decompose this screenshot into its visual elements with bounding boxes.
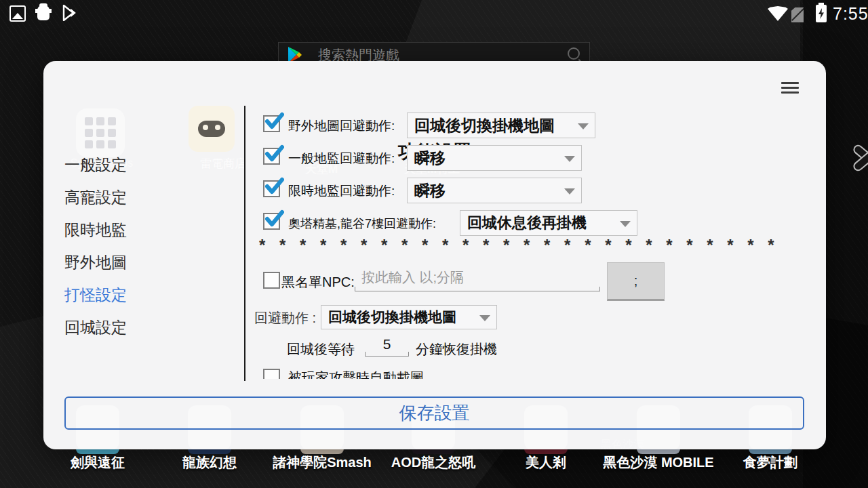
checkbox-timed-dungeon-avoid[interactable] [263,180,280,197]
wifi-icon [768,6,788,21]
dock-app-food-dream[interactable]: 食夢計劃 [696,453,845,472]
settings-dialog: System apps 雷電商店 天堂M 天堂M特工 黑色沙漠 功能設置 一般設… [43,61,826,449]
sidebar-item-timed-dungeon[interactable]: 限時地監 [64,220,241,243]
row-label: 野外地圖回避動作: [288,117,395,135]
row-label: 奧塔精墓,龍谷7樓回避動作: [288,216,436,232]
chevron-down-icon [620,221,631,227]
separator-asterisks: * * * * * * * * * * * * * * * * * * * * … [259,236,659,255]
save-settings-button[interactable]: 保存設置 [64,396,804,430]
dropdown-avoid-action[interactable]: 回城後切換掛機地圖 [321,305,497,329]
sidebar-item-return-town[interactable]: 回城設定 [64,317,241,340]
chevron-down-icon [564,188,575,195]
checkbox-partial[interactable] [263,369,280,379]
checkbox-npc-blacklist[interactable] [263,272,280,289]
dropdown-normal-dungeon-avoid[interactable]: 瞬移 [407,145,582,171]
no-sim-icon [791,7,804,22]
clock: 7:55 [833,4,868,24]
checkbox-field-map-avoid[interactable] [263,115,280,132]
sidebar-item-hunt[interactable]: 打怪設定 [64,285,241,308]
npc-blacklist-input[interactable]: 按此輸入 以;分隔 [355,268,600,291]
checkbox-normal-dungeon-avoid[interactable] [263,148,280,165]
dropdown-timed-dungeon-avoid[interactable]: 瞬移 [407,178,582,203]
npc-row-label: 黑名單NPC: [281,273,355,291]
semicolon-button[interactable]: ; [607,262,665,301]
wait-suffix-label: 分鐘恢復掛機 [416,340,497,359]
status-bar: 7:55 [0,0,868,27]
menu-icon[interactable] [781,82,799,94]
sidebar-item-pet[interactable]: 高寵設定 [64,187,241,210]
wait-prefix-label: 回城後等待 [287,340,355,359]
gallery-notification-icon [9,5,26,22]
dropdown-field-map-avoid[interactable]: 回城後切換掛機地圖 [407,113,595,138]
dropdown-tomb-avoid[interactable]: 回城休息後再掛機 [460,210,637,236]
partial-row-label: 被玩家攻擊時自動載圖 [288,369,424,379]
sidebar-divider [244,106,245,381]
sidebar-item-field-map[interactable]: 野外地圖 [64,252,241,275]
play-store-notification-icon [62,5,76,21]
sidebar-item-general[interactable]: 一般設定 [64,155,241,178]
row-label: 一般地監回避動作: [288,150,395,167]
bug-notification-icon [37,5,50,20]
battery-charging-icon [816,5,827,22]
wait-minutes-input[interactable]: 5 [365,336,409,357]
row-label: 限時地監回避動作: [288,182,395,200]
chevron-down-icon [578,123,589,129]
partial-row: 被玩家攻擊時自動載圖 [258,367,597,379]
ghost-app-label: 黑色沙漠 [601,438,644,449]
chevron-down-icon [564,156,575,162]
checkbox-tomb-avoid[interactable] [263,213,280,230]
search-icon[interactable] [568,47,580,60]
chevron-down-icon [479,315,490,321]
emulator-sidebar-icon[interactable] [848,134,868,182]
avoid-action-label: 回避動作 : [254,309,316,327]
